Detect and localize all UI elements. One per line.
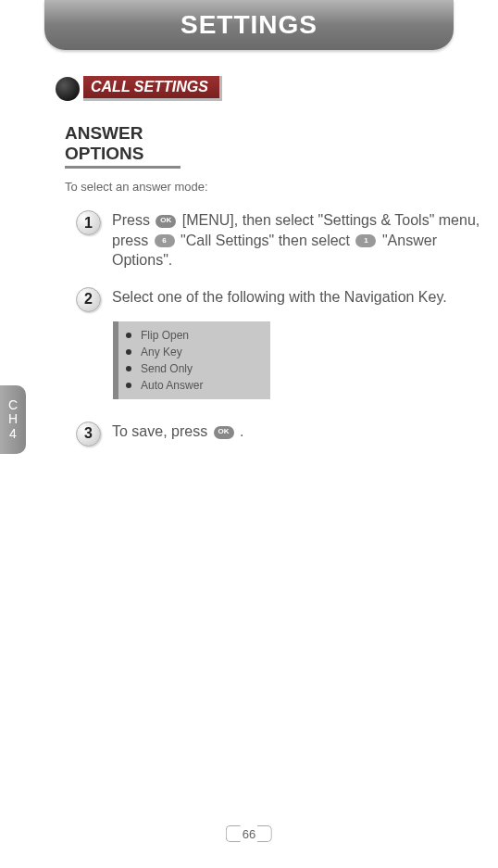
subsection-subtext: To select an answer mode: <box>65 180 498 194</box>
bullet-icon <box>126 333 131 338</box>
list-item: Send Only <box>118 360 270 377</box>
ok-button-icon: OK <box>214 426 234 439</box>
page-number-container: 66 <box>226 825 272 842</box>
step-number-badge: 2 <box>76 287 101 312</box>
step-text: Select one of the following with the Nav… <box>112 287 498 308</box>
bullet-icon <box>126 366 131 371</box>
list-item: Flip Open <box>118 327 270 344</box>
chapter-letter: H <box>8 412 18 426</box>
bullet-icon <box>126 383 131 388</box>
step-text: To save, press OK . <box>112 421 498 442</box>
page-number: 66 <box>241 827 257 841</box>
step-text: Press OK [MENU], then select "Settings &… <box>112 210 498 270</box>
step-2: 2 Select one of the following with the N… <box>76 287 498 312</box>
text-fragment: . <box>236 423 244 439</box>
text-fragment: To save, press <box>112 423 212 439</box>
chapter-tab: C H 4 <box>0 385 26 454</box>
list-item: Auto Answer <box>118 377 270 394</box>
option-label: Flip Open <box>141 329 189 342</box>
ok-button-icon: OK <box>156 215 176 228</box>
option-label: Any Key <box>141 346 182 359</box>
text-fragment: Press <box>112 212 154 228</box>
chapter-letter: C <box>8 398 18 412</box>
option-label: Send Only <box>141 362 193 375</box>
page-deco-left-icon <box>226 825 241 842</box>
subsection-title: ANSWER OPTIONS <box>65 123 181 169</box>
bullet-icon <box>126 349 131 355</box>
step-number-badge: 1 <box>76 210 101 235</box>
options-box: Flip Open Any Key Send Only Auto Answer <box>113 321 270 399</box>
text-fragment: "Call Settings" then select <box>177 233 355 248</box>
step-1: 1 Press OK [MENU], then select "Settings… <box>76 210 498 270</box>
page-deco-right-icon <box>257 825 272 842</box>
key-6-icon: 6 <box>155 234 175 247</box>
list-item: Any Key <box>118 344 270 360</box>
step-3: 3 To save, press OK . <box>76 421 498 447</box>
page-title: SETTINGS <box>181 10 317 40</box>
step-number-badge: 3 <box>76 421 101 447</box>
chapter-number: 4 <box>9 427 17 441</box>
section-label: CALL SETTINGS <box>83 76 222 101</box>
section-bullet-icon <box>56 77 80 101</box>
option-label: Auto Answer <box>141 379 203 392</box>
key-1-icon: 1 <box>355 234 376 247</box>
header-banner: SETTINGS <box>44 0 454 50</box>
section-header: CALL SETTINGS <box>56 76 498 101</box>
